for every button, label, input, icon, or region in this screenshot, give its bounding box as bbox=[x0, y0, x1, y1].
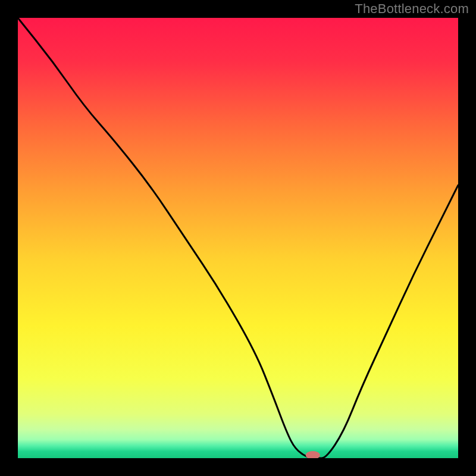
chart-stage: TheBottleneck.com bbox=[0, 0, 476, 476]
bottleneck-plot bbox=[18, 18, 458, 458]
gradient-background bbox=[18, 18, 458, 458]
watermark-text: TheBottleneck.com bbox=[355, 1, 469, 17]
